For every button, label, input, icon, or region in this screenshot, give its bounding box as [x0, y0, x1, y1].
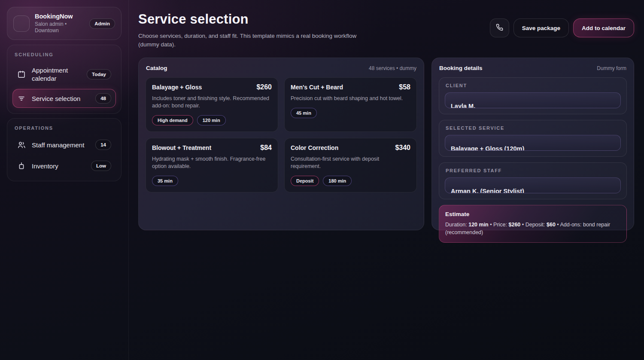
sidebar-item-appointment-calendar[interactable]: Appointment calendar Today [12, 62, 116, 87]
service-card-header: Balayage + Gloss $260 [152, 83, 272, 91]
save-package-button[interactable]: Save package [513, 18, 569, 37]
service-description: Hydrating mask + smooth finish. Fragranc… [152, 156, 272, 170]
sidebar-section-operations: OPERATIONS Staff management 14 Inv [7, 118, 122, 181]
service-card-color-correction[interactable]: Color Correction $340 Consultation-first… [284, 138, 417, 192]
estimate-segment: Duration: [445, 222, 468, 228]
users-icon [17, 140, 26, 149]
main-content: Service selection Choose services, durat… [129, 0, 644, 360]
service-tags: 35 min [152, 176, 272, 186]
content-row: Catalog 48 services • dummy Balayage + G… [138, 58, 634, 230]
client-input[interactable]: Layla M. [445, 92, 621, 108]
catalog-meta: 48 services • dummy [369, 65, 416, 71]
phone-icon [496, 24, 503, 32]
page-subtitle: Choose services, duration, and staff fit… [138, 32, 377, 49]
page-title: Service selection [138, 11, 377, 27]
inventory-icon [17, 162, 26, 170]
service-card-balayage-gloss[interactable]: Balayage + Gloss $260 Includes toner and… [146, 77, 278, 132]
tag-duration: 120 min [197, 115, 226, 125]
service-description: Includes toner and finishing style. Reco… [152, 95, 272, 110]
service-price: $58 [399, 83, 410, 91]
brand-text: BookingNow Salon admin • Downtown [35, 13, 84, 34]
selected-service-group: SELECTED SERVICE Balayage + Gloss (120m) [439, 120, 627, 157]
low-stock-badge: Low [91, 161, 111, 171]
client-label: CLIENT [446, 83, 621, 88]
catalog-title: Catalog [146, 65, 167, 71]
count-badge: 14 [95, 140, 111, 150]
service-price: $84 [260, 144, 272, 152]
booking-meta: Dummy form [597, 65, 626, 71]
estimate-deposit: $60 [547, 222, 556, 228]
service-name: Men's Cut + Beard [291, 84, 343, 91]
estimate-segment: • Deposit: [520, 222, 547, 228]
avatar [13, 15, 30, 32]
sidebar-item-label: Service selection [32, 95, 80, 103]
app-root: BookingNow Salon admin • Downtown Admin … [0, 0, 644, 360]
service-description: Precision cut with beard shaping and hot… [291, 95, 410, 102]
sidebar-item-label: Staff management [32, 141, 84, 149]
add-to-calendar-button[interactable]: Add to calendar [573, 18, 634, 37]
sidebar-item-label: Appointment calendar [32, 66, 81, 82]
service-card-blowout-treatment[interactable]: Blowout + Treatment $84 Hydrating mask +… [146, 138, 278, 192]
estimate-card: Estimate Duration: 120 min • Price: $260… [439, 205, 627, 243]
service-card-mens-cut-beard[interactable]: Men's Cut + Beard $58 Precision cut with… [284, 77, 417, 132]
phone-button[interactable] [490, 18, 509, 37]
client-value: Layla M. [445, 93, 620, 108]
service-card-header: Men's Cut + Beard $58 [291, 83, 410, 91]
service-price: $260 [256, 83, 272, 91]
page-titles: Service selection Choose services, durat… [138, 11, 377, 49]
tag-duration: 180 min [323, 176, 352, 186]
service-description: Consultation-first service with deposit … [291, 156, 410, 170]
service-price: $340 [395, 144, 410, 152]
catalog-panel: Catalog 48 services • dummy Balayage + G… [138, 58, 424, 230]
client-group: CLIENT Layla M. [439, 77, 627, 114]
estimate-segment: • Price: [489, 222, 509, 228]
brand-card: BookingNow Salon admin • Downtown Admin [7, 7, 122, 40]
preferred-staff-input[interactable]: Arman K. (Senior Stylist) [445, 177, 621, 193]
today-badge: Today [87, 69, 111, 79]
tag-high-demand: High demand [152, 115, 193, 125]
preferred-staff-group: PREFERRED STAFF Arman K. (Senior Stylist… [439, 162, 627, 199]
section-label: OPERATIONS [15, 125, 116, 131]
services-grid: Balayage + Gloss $260 Includes toner and… [146, 77, 417, 192]
sidebar: BookingNow Salon admin • Downtown Admin … [0, 0, 129, 360]
sidebar-section-scheduling: SCHEDULING Appointment calendar Today Se… [7, 45, 122, 114]
selected-service-label: SELECTED SERVICE [446, 125, 621, 131]
sidebar-item-inventory[interactable]: Inventory Low [12, 156, 116, 175]
catalog-header: Catalog 48 services • dummy [146, 65, 417, 71]
service-tags: 45 min [291, 108, 410, 118]
main-header: Service selection Choose services, durat… [138, 11, 634, 49]
brand-name: BookingNow [35, 13, 84, 20]
booking-details-panel: Booking details Dummy form CLIENT Layla … [431, 58, 634, 230]
service-name: Balayage + Gloss [152, 84, 202, 91]
section-label: SCHEDULING [15, 52, 116, 57]
admin-badge: Admin [89, 18, 115, 29]
selected-service-input[interactable]: Balayage + Gloss (120m) [445, 135, 621, 151]
filter-icon [17, 94, 26, 103]
preferred-staff-value: Arman K. (Senior Stylist) [445, 178, 620, 193]
sidebar-item-label: Inventory [32, 162, 58, 170]
tag-deposit: Deposit [291, 176, 319, 186]
preferred-staff-label: PREFERRED STAFF [446, 168, 621, 173]
selected-service-value: Balayage + Gloss (120m) [445, 135, 620, 151]
service-tags: High demand 120 min [152, 115, 272, 125]
tag-duration: 35 min [152, 176, 178, 186]
calendar-icon [17, 70, 26, 79]
service-tags: Deposit 180 min [291, 176, 410, 186]
estimate-text: Duration: 120 min • Price: $260 • Deposi… [445, 221, 620, 236]
booking-title: Booking details [439, 65, 483, 71]
estimate-duration: 120 min [468, 222, 489, 228]
count-badge: 48 [95, 93, 111, 104]
booking-header: Booking details Dummy form [439, 65, 627, 71]
estimate-title: Estimate [445, 211, 620, 217]
sidebar-item-service-selection[interactable]: Service selection 48 [12, 89, 116, 108]
service-name: Color Correction [291, 144, 338, 151]
sidebar-item-staff-management[interactable]: Staff management 14 [12, 135, 116, 154]
service-card-header: Color Correction $340 [291, 144, 410, 152]
service-name: Blowout + Treatment [152, 144, 211, 151]
service-card-header: Blowout + Treatment $84 [152, 144, 272, 152]
header-actions: Save package Add to calendar [490, 18, 634, 37]
brand-subtitle: Salon admin • Downtown [35, 21, 84, 34]
estimate-price: $260 [509, 222, 521, 228]
tag-duration: 45 min [291, 108, 317, 118]
